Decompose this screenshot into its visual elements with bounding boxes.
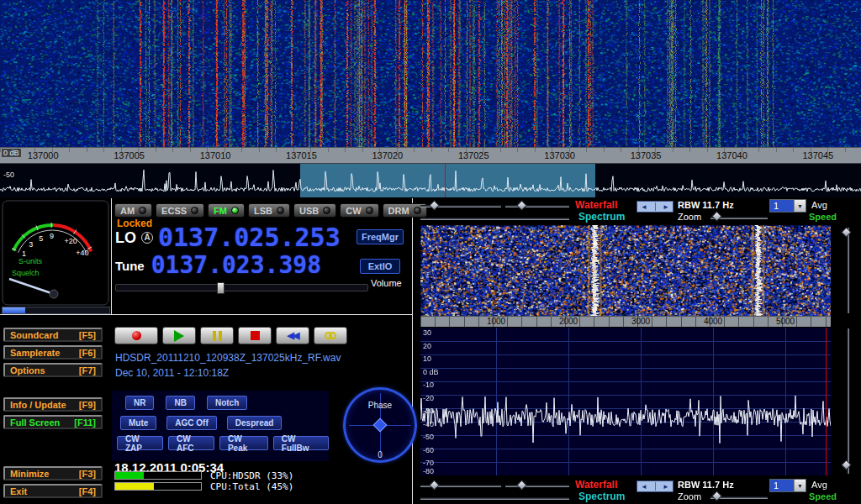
waterfall-brightness-slider-thumb[interactable] — [429, 200, 440, 211]
spectrum-v-slider[interactable] — [847, 328, 849, 474]
button-label: Soundcard — [10, 330, 58, 340]
play-button[interactable] — [162, 327, 196, 344]
waterfall-v-slider-thumb[interactable] — [841, 227, 852, 238]
db-axis-label: 0 dB — [423, 368, 439, 376]
cw-peak-button[interactable]: CW Peak — [219, 436, 268, 450]
pause-button[interactable] — [200, 327, 234, 344]
waterfall-tab[interactable]: Waterfall — [575, 479, 617, 491]
spectrum-tab[interactable]: Spectrum — [578, 491, 625, 502]
shift-control[interactable]: ◄ ► — [637, 480, 673, 492]
mode-button-usb[interactable]: USB — [293, 203, 336, 218]
waterfall-tab[interactable]: Waterfall — [575, 199, 617, 211]
waterfall-contrast-slider[interactable] — [505, 205, 569, 207]
avg-select[interactable]: 1 ▼ — [769, 199, 806, 213]
arrow-right-icon[interactable]: ► — [663, 483, 669, 491]
loop-button[interactable] — [314, 327, 347, 344]
info-update-button[interactable]: Info / Update [F9] — [3, 397, 103, 412]
mode-label: ECSS — [161, 206, 187, 216]
chevron-down-icon[interactable]: ▼ — [794, 200, 806, 212]
s-meter-tick-label: +20 — [65, 237, 77, 245]
nr-button[interactable]: NR — [125, 396, 154, 410]
mode-led — [366, 207, 373, 214]
agc-off-button[interactable]: AGC Off — [166, 416, 216, 430]
mode-button-cw[interactable]: CW — [340, 203, 378, 218]
despread-button[interactable]: Despread — [227, 416, 283, 430]
arrow-left-icon[interactable]: ◄ — [641, 203, 647, 211]
nb-button[interactable]: NB — [166, 396, 194, 410]
phase-indicator[interactable]: Phase 0 — [343, 387, 417, 463]
s-meter-tick-label: 3 — [29, 240, 33, 249]
phase-value: 0 — [343, 450, 417, 459]
record-icon — [132, 331, 141, 340]
avg-select[interactable]: 1 ▼ — [769, 479, 806, 492]
db-axis-label: -80 — [423, 467, 434, 475]
zoom-scale-label: 5000 — [776, 317, 795, 326]
mode-button-fm[interactable]: FM — [208, 203, 245, 218]
rewind-icon: ◀◀ — [288, 330, 298, 341]
mode-button-ecss[interactable]: ECSS — [156, 203, 204, 218]
exit-button[interactable]: Exit [F4] — [3, 484, 103, 498]
shift-control[interactable]: ◄ ► — [637, 201, 673, 213]
zoom-label: Zoom — [678, 491, 701, 501]
vfo-a-badge[interactable]: A — [141, 232, 153, 244]
waterfall-v-slider[interactable] — [847, 228, 849, 313]
mode-button-am[interactable]: AM — [114, 203, 152, 218]
divider-horizontal — [0, 314, 412, 315]
fullscreen-button[interactable]: Full Screen [F11] — [3, 415, 103, 429]
cw-fullbw-button[interactable]: CW FullBw — [273, 436, 329, 450]
waterfall-contrast-slider-thumb[interactable] — [516, 480, 527, 491]
s-meter-bezel — [3, 201, 108, 305]
dsp-panel: NR NB Notch Mute AGC Off Despread CW ZAP… — [112, 391, 329, 461]
mode-selector: AM ECSS FM LSB USB CW DRM — [114, 203, 427, 218]
lo-frequency-display[interactable]: 0137.025.253 — [158, 226, 341, 249]
record-button[interactable] — [114, 327, 158, 344]
zoom-scale-label: 3000 — [631, 317, 650, 326]
spectrum-range-slider[interactable] — [420, 497, 569, 500]
mute-button[interactable]: Mute — [120, 416, 156, 430]
squelch-slider[interactable] — [2, 307, 110, 314]
waterfall-contrast-slider-thumb[interactable] — [516, 200, 527, 211]
extio-button[interactable]: ExtIO — [360, 259, 400, 274]
zoom-scale-label: 1000 — [487, 317, 505, 326]
zoom-spectrum-display[interactable] — [420, 328, 831, 475]
arrow-left-icon[interactable]: ◄ — [641, 483, 647, 491]
button-label: Minimize — [10, 469, 49, 479]
zoom-frequency-scale[interactable]: 1000 2000 3000 4000 5000 — [420, 316, 831, 327]
rbw-value: RBW 11.7 Hz — [678, 200, 734, 210]
main-waterfall-display[interactable] — [0, 0, 861, 147]
db-axis-label: -20 — [423, 394, 434, 402]
waterfall-brightness-slider-thumb[interactable] — [429, 480, 440, 491]
volume-slider-thumb[interactable] — [217, 282, 224, 294]
samplerate-button[interactable]: Samplerate [F6] — [3, 345, 103, 360]
s-meter-pivot — [50, 290, 58, 298]
cw-zap-button[interactable]: CW ZAP — [117, 436, 163, 450]
tune-row: Tune 0137.023.398 — [115, 255, 321, 276]
zoom-slider-thumb[interactable] — [711, 491, 722, 501]
notch-button[interactable]: Notch — [207, 396, 247, 410]
minimize-button[interactable]: Minimize [F3] — [3, 466, 103, 480]
db-axis-label: -70 — [423, 459, 434, 467]
stop-button[interactable] — [238, 327, 272, 344]
spectrum-tab[interactable]: Spectrum — [578, 211, 625, 223]
mode-button-lsb[interactable]: LSB — [248, 203, 290, 218]
spectrum-v-slider-thumb[interactable] — [841, 459, 852, 470]
recording-timestamp: Dec 10, 2011 - 12:10:18Z — [115, 367, 229, 379]
pause-icon — [213, 331, 222, 341]
zoom-slider-thumb[interactable] — [711, 211, 722, 222]
cpu-hdsdr-bar-fill — [115, 472, 144, 479]
main-spectrum-display[interactable] — [0, 164, 861, 197]
zoom-waterfall-display[interactable] — [420, 225, 831, 316]
arrow-right-icon[interactable]: ► — [663, 203, 669, 211]
rewind-button[interactable]: ◀◀ — [276, 327, 309, 344]
chevron-down-icon[interactable]: ▼ — [794, 480, 806, 491]
spectrum-range-slider[interactable] — [420, 218, 569, 220]
waterfall-contrast-slider[interactable] — [505, 485, 569, 487]
options-button[interactable]: Options [F7] — [3, 363, 103, 377]
freqmgr-button[interactable]: FreqMgr — [357, 229, 404, 244]
mode-led — [414, 207, 421, 214]
volume-slider[interactable] — [115, 284, 368, 291]
cw-afc-button[interactable]: CW AFC — [168, 436, 214, 450]
soundcard-button[interactable]: Soundcard [F5] — [3, 328, 103, 342]
main-spectrum-panel — [0, 164, 861, 197]
tune-frequency-display[interactable]: 0137.023.398 — [151, 255, 321, 276]
